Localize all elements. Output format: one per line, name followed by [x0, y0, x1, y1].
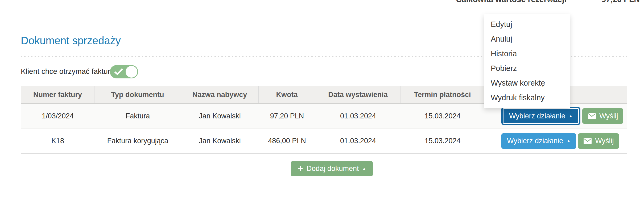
column-header-number: Numer faktury [21, 86, 94, 103]
add-document-label: Dodaj dokument [307, 165, 359, 173]
issue-date: 01.03.2024 [315, 104, 401, 128]
choose-action-label: Wybierz działanie [509, 112, 565, 120]
amount: 486,00 PLN [259, 129, 315, 153]
invoice-number: 1/03/2024 [21, 104, 94, 128]
dropdown-item-fiscal-print[interactable]: Wydruk fiskalny [484, 90, 570, 105]
send-label: Wyślij [599, 112, 618, 120]
invoice-number: K18 [21, 129, 94, 153]
envelope-icon [588, 113, 596, 119]
invoice-toggle-switch[interactable] [110, 65, 138, 78]
reservation-total: Całkowita wartość rezerwacji 97,20 PLN [456, 0, 640, 4]
issue-date: 01.03.2024 [315, 129, 401, 153]
send-button[interactable]: Wyślij [582, 108, 623, 124]
caret-up-icon: ▲ [362, 167, 366, 170]
envelope-icon [583, 138, 592, 144]
caret-up-icon: ▲ [567, 139, 571, 143]
reservation-total-value: 97,20 PLN [602, 0, 640, 4]
buyer-name: Jan Kowalski [181, 104, 259, 128]
column-header-amount: Kwota [259, 86, 315, 103]
dropdown-item-download[interactable]: Pobierz [484, 61, 570, 76]
amount: 97,20 PLN [259, 104, 315, 128]
column-header-type: Typ dokumentu [94, 86, 181, 103]
page-title: Dokument sprzedaży [21, 35, 121, 47]
send-button[interactable]: Wyślij [578, 133, 619, 149]
toggle-knob [126, 66, 137, 78]
document-type: Faktura korygująca [94, 129, 181, 153]
check-icon [114, 69, 123, 75]
dropdown-item-edit[interactable]: Edytuj [484, 17, 570, 32]
due-date: 15.03.2024 [401, 104, 484, 128]
invoice-toggle-label: Klient chce otrzymać fakturę [21, 67, 114, 76]
send-label: Wyślij [595, 137, 614, 145]
sales-document-screen: Całkowita wartość rezerwacji 97,20 PLN D… [0, 0, 644, 216]
column-header-due-date: Termin płatności [401, 86, 484, 103]
column-header-issue-date: Data wystawienia [315, 86, 401, 103]
reservation-total-label: Całkowita wartość rezerwacji [456, 0, 566, 4]
due-date: 15.03.2024 [401, 129, 484, 153]
dropdown-item-issue-correction[interactable]: Wystaw korektę [484, 76, 570, 90]
choose-action-label: Wybierz działanie [507, 137, 563, 145]
choose-action-button[interactable]: Wybierz działanie ▲ [501, 107, 580, 125]
document-type: Faktura [94, 104, 181, 128]
dropdown-item-cancel[interactable]: Anuluj [484, 32, 570, 46]
buyer-name: Jan Kowalski [181, 129, 259, 153]
actions-cell: Wybierz działanie ▲ Wyślij [484, 129, 627, 153]
choose-action-button[interactable]: Wybierz działanie ▲ [501, 133, 576, 149]
plus-icon: + [298, 164, 303, 173]
action-dropdown-menu: Edytuj Anuluj Historia Pobierz Wystaw ko… [484, 14, 570, 108]
table-row: K18 Faktura korygująca Jan Kowalski 486,… [21, 129, 627, 153]
caret-up-icon: ▲ [569, 114, 573, 118]
add-document-button[interactable]: + Dodaj dokument ▲ [291, 161, 373, 176]
dropdown-item-history[interactable]: Historia [484, 46, 570, 61]
column-header-buyer: Nazwa nabywcy [181, 86, 259, 103]
